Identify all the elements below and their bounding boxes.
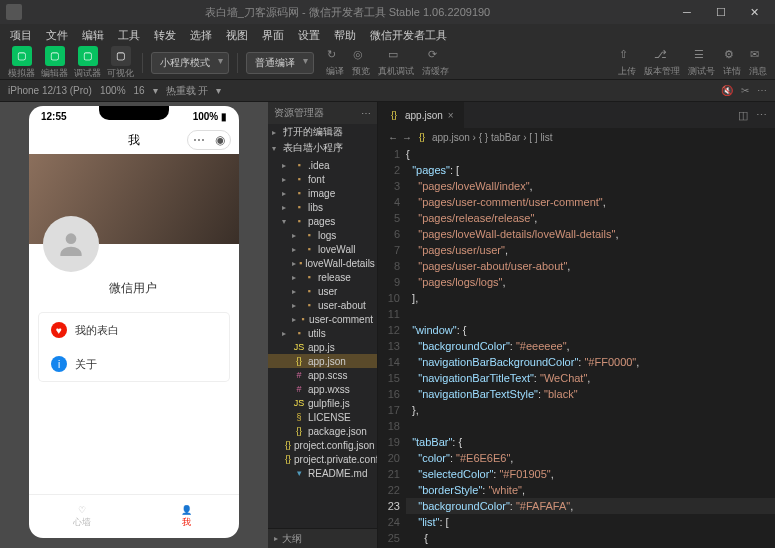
folder-icon: ▪ (293, 201, 305, 213)
capsule-more-icon[interactable]: ⋯ (188, 133, 209, 147)
tree-loveWall[interactable]: ▸▪loveWall (268, 242, 377, 256)
tree-font[interactable]: ▸▪font (268, 172, 377, 186)
svg-point-0 (66, 233, 77, 244)
action-真机调试[interactable]: ▭ (388, 48, 404, 64)
tool-调试器[interactable]: ▢ (78, 46, 98, 66)
folder-icon: ▪ (303, 271, 315, 283)
menu-界面[interactable]: 界面 (256, 26, 290, 45)
js-icon: JS (293, 341, 305, 353)
nav-fwd-icon[interactable]: → (402, 132, 412, 143)
toolbar: ▢模拟器▢编辑器▢调试器▢可视化 小程序模式 普通编译 ↻编译◎预览▭真机调试⟳… (0, 46, 775, 80)
folder-icon: ▪ (293, 173, 305, 185)
tree-app.js[interactable]: JSapp.js (268, 340, 377, 354)
split-icon[interactable]: ◫ (738, 109, 748, 122)
right-版本管理[interactable]: ⎇ (654, 48, 670, 64)
tree-loveWall-details[interactable]: ▸▪loveWall-details (268, 256, 377, 270)
phone-time: 12:55 (41, 111, 67, 122)
avatar[interactable] (43, 216, 99, 272)
menu-设置[interactable]: 设置 (292, 26, 326, 45)
json-icon: {} (293, 425, 305, 437)
tree-user-comment[interactable]: ▸▪user-comment (268, 312, 377, 326)
tool-可视化[interactable]: ▢ (111, 46, 131, 66)
tree-package.json[interactable]: {}package.json (268, 424, 377, 438)
tree-gulpfile.js[interactable]: JSgulpfile.js (268, 396, 377, 410)
tree-utils[interactable]: ▸▪utils (268, 326, 377, 340)
action-编译[interactable]: ↻ (327, 48, 343, 64)
tree-project.config.json[interactable]: {}project.config.json (268, 438, 377, 452)
device-name[interactable]: iPhone 12/13 (Pro) (8, 85, 92, 96)
right-详情[interactable]: ⚙ (724, 48, 740, 64)
list-item[interactable]: ♥我的表白 (39, 313, 229, 347)
capsule-menu[interactable]: ⋯ ◉ (187, 130, 231, 150)
close-button[interactable]: ✕ (741, 1, 769, 23)
tree-release[interactable]: ▸▪release (268, 270, 377, 284)
mute-icon[interactable]: 🔇 (721, 85, 733, 96)
tab-lovewall[interactable]: ♡ 心墙 (29, 495, 134, 538)
explorer-more-icon[interactable]: ⋯ (361, 108, 371, 119)
tree-app.json[interactable]: {}app.json (268, 354, 377, 368)
tool-编辑器[interactable]: ▢ (45, 46, 65, 66)
right-消息[interactable]: ✉ (750, 48, 766, 64)
tree-project.private.config.js...[interactable]: {}project.private.config.js... (268, 452, 377, 466)
breadcrumb[interactable]: ← → {} app.json › { } tabBar › [ ] list (378, 128, 775, 146)
nav-title: 我 (128, 132, 140, 149)
menu-转发[interactable]: 转发 (148, 26, 182, 45)
tree-logs[interactable]: ▸▪logs (268, 228, 377, 242)
project-root[interactable]: ▾表白墙小程序 (268, 140, 377, 156)
action-预览[interactable]: ◎ (353, 48, 369, 64)
window-title: 表白墙_刀客源码网 - 微信开发者工具 Stable 1.06.2209190 (205, 5, 490, 20)
menu-文件[interactable]: 文件 (40, 26, 74, 45)
tree-user[interactable]: ▸▪user (268, 284, 377, 298)
outline-section[interactable]: ▸大纲 (268, 528, 377, 548)
user-icon: 👤 (181, 505, 192, 515)
editor-more-icon[interactable]: ⋯ (756, 109, 767, 122)
device-zoom[interactable]: 100% (100, 85, 126, 96)
tree-image[interactable]: ▸▪image (268, 186, 377, 200)
heart-icon: ♡ (78, 505, 86, 515)
tree-app.wxss[interactable]: #app.wxss (268, 382, 377, 396)
tab-me[interactable]: 👤 我 (134, 495, 239, 538)
cut-icon[interactable]: ✂ (741, 85, 749, 96)
simulator-panel: 12:55 100% ▮ 我 ⋯ ◉ 微信用户 ♥我的表白i关于 ♡ (0, 102, 268, 548)
menu-编辑[interactable]: 编辑 (76, 26, 110, 45)
editor-tab-appjson[interactable]: {} app.json × (378, 102, 465, 128)
device-hotreload[interactable]: 热重载 开 (166, 84, 209, 98)
tool-模拟器[interactable]: ▢ (12, 46, 32, 66)
tree-user-about[interactable]: ▸▪user-about (268, 298, 377, 312)
code-editor[interactable]: 1234567891011121314151617181920212223242… (378, 146, 775, 548)
mode-dropdown[interactable]: 小程序模式 (151, 52, 229, 74)
item-icon: ♥ (51, 322, 67, 338)
tree-LICENSE[interactable]: §LICENSE (268, 410, 377, 424)
capsule-close-icon[interactable]: ◉ (209, 133, 230, 147)
compile-dropdown[interactable]: 普通编译 (246, 52, 314, 74)
open-editors-section[interactable]: ▸打开的编辑器 (268, 124, 377, 140)
menu-微信开发者工具[interactable]: 微信开发者工具 (364, 26, 453, 45)
device-scale[interactable]: 16 (134, 85, 145, 96)
tree-pages[interactable]: ▾▪pages (268, 214, 377, 228)
minimize-button[interactable]: ─ (673, 1, 701, 23)
menu-选择[interactable]: 选择 (184, 26, 218, 45)
tree-README.md[interactable]: ▾README.md (268, 466, 377, 480)
tree-.idea[interactable]: ▸▪.idea (268, 158, 377, 172)
tree-app.scss[interactable]: #app.scss (268, 368, 377, 382)
json-icon: {} (285, 453, 291, 465)
menu-帮助[interactable]: 帮助 (328, 26, 362, 45)
maximize-button[interactable]: ☐ (707, 1, 735, 23)
md-icon: ▾ (293, 467, 305, 479)
phone-simulator[interactable]: 12:55 100% ▮ 我 ⋯ ◉ 微信用户 ♥我的表白i关于 ♡ (29, 106, 239, 538)
nav-back-icon[interactable]: ← (388, 132, 398, 143)
more-icon[interactable]: ⋯ (757, 85, 767, 96)
menu-视图[interactable]: 视图 (220, 26, 254, 45)
json-icon: {} (285, 439, 291, 451)
tab-close-icon[interactable]: × (448, 110, 454, 121)
menu-项目[interactable]: 项目 (4, 26, 38, 45)
folder-icon: ▪ (303, 243, 315, 255)
action-清缓存[interactable]: ⟳ (428, 48, 444, 64)
folder-icon: ▪ (293, 159, 305, 171)
list-item[interactable]: i关于 (39, 347, 229, 381)
menu-工具[interactable]: 工具 (112, 26, 146, 45)
js-icon: JS (293, 397, 305, 409)
right-上传[interactable]: ⇧ (619, 48, 635, 64)
tree-libs[interactable]: ▸▪libs (268, 200, 377, 214)
right-测试号[interactable]: ☰ (694, 48, 710, 64)
